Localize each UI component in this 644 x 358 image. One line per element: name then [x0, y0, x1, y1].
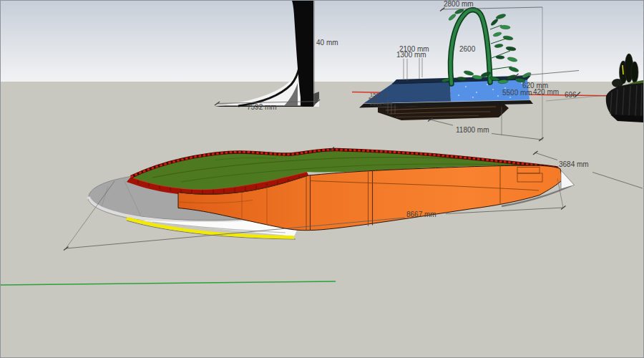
- dim-label-8667: 8667 mm: [406, 211, 436, 218]
- curved-tower-sculpture[interactable]: [215, 1, 319, 107]
- organic-planter-bench[interactable]: [88, 150, 575, 239]
- dim-label-420: 420 mm: [533, 89, 559, 96]
- dim-label-696: 696: [565, 92, 577, 99]
- dark-cactus-planter[interactable]: [606, 54, 643, 122]
- 3d-viewport[interactable]: 40 mm 7592 mm 2800 mm 2100 mm 1300 mm 26…: [0, 0, 644, 358]
- dim-label-2800: 2800 mm: [444, 1, 474, 8]
- dim-label-2600: 2600: [459, 46, 475, 53]
- dim-label-5500: 5500 mm: [502, 90, 532, 97]
- dim-label-3684: 3684 mm: [559, 161, 589, 168]
- dim-label-2616: 2616 mm: [370, 101, 392, 107]
- vine-arch-sculpture[interactable]: [441, 9, 532, 84]
- dim-label-tower-height: 40 mm: [316, 39, 338, 47]
- dim-label-11800: 11800 mm: [456, 127, 489, 134]
- green-axis: [1, 281, 336, 285]
- dim-label-tower-base: 7592 mm: [247, 104, 277, 111]
- dim-label-1300: 1300 mm: [396, 52, 426, 59]
